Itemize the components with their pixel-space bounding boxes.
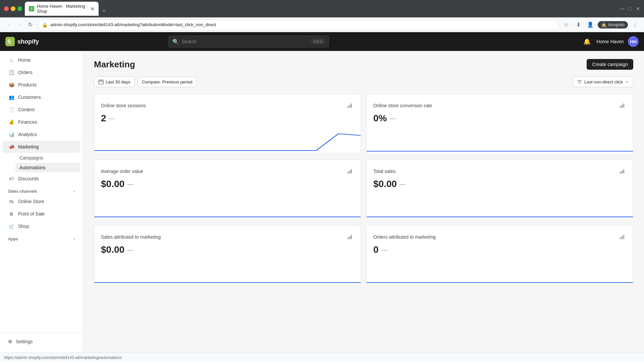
svg-rect-18 [620,172,620,173]
metric-value-orders-attributed: 0 — [373,244,626,255]
status-url: https://admin.shopify.com/store/de8143-a… [4,355,122,360]
sidebar-item-pos[interactable]: 🖥 Point of Sale [3,208,80,220]
online-store-icon: 🛍 [8,198,15,205]
sales-channels-section: Sales channels › [0,185,83,195]
metric-action-sales-attributed[interactable] [344,232,354,242]
metrics-grid: Online store sessions 2 — [94,94,633,286]
avatar[interactable]: HH [628,36,639,47]
marketing-icon: 📣 [8,143,15,150]
topbar-search: 🔍 Search Ctrl K [168,36,329,48]
discounts-icon: 🏷 [8,175,15,182]
customers-icon: 👥 [8,94,15,101]
svg-rect-14 [348,171,349,173]
svg-rect-31 [624,235,624,239]
sidebar-item-marketing[interactable]: 📣 Marketing [3,141,80,153]
compare-btn[interactable]: Compare: Previous period [138,77,197,87]
notifications-btn[interactable]: 🔔 [582,36,592,47]
sidebar-item-settings[interactable]: ⚙ Settings [3,336,80,347]
sidebar: ⌂ Home 📋 Orders 📦 Products 👥 Customers 📄 [0,51,83,353]
forward-btn[interactable]: › [15,20,24,29]
sidebar-item-products[interactable]: 📦 Products [3,79,80,91]
metric-action-orders-attributed[interactable] [617,232,626,242]
sidebar-item-online-store[interactable]: 🛍 Online Store [3,195,80,207]
sidebar-item-shop[interactable]: 🛒 Shop [3,220,80,232]
metric-action-total-sales[interactable] [617,167,626,176]
download-btn[interactable]: ⬇ [574,20,583,29]
attribution-select[interactable]: Last non-direct click [573,76,633,87]
tab-favicon: S [29,6,34,11]
shopify-logo[interactable]: S shopify [5,37,39,46]
metric-chart-conversion [367,127,633,154]
sidebar-item-finances[interactable]: 💰 Finances [3,116,80,128]
window-minimize-btn[interactable] [11,6,15,11]
svg-rect-13 [347,172,348,173]
svg-rect-24 [348,237,349,239]
sidebar-label-finances: Finances [18,119,75,125]
expand-icon[interactable]: › [73,189,75,194]
menu-btn[interactable]: ⋮ [631,20,640,29]
status-bar: https://admin.shopify.com/store/de8143-a… [0,353,644,362]
metric-card-header-sales-attributed: Sales attributed to marketing [101,232,354,242]
window-close-btn[interactable] [4,6,9,11]
apps-expand-icon[interactable]: › [73,237,75,241]
svg-rect-30 [622,236,623,239]
browser-nav: ‹ › ↻ 🔒 admin.shopify.com/store/de8143-a… [0,17,644,32]
page-header: Marketing Create campaign [94,59,633,70]
svg-rect-2 [99,80,103,84]
new-tab-btn[interactable]: + [99,6,109,16]
browser-maximize-btn[interactable]: □ [628,6,632,12]
finances-icon: 💰 [8,119,15,125]
metric-card-header-sessions: Online store sessions [101,101,354,110]
star-btn[interactable]: ☆ [561,20,571,29]
chart-icon-6 [619,234,624,240]
back-btn[interactable]: ‹ [4,20,13,29]
products-icon: 📦 [8,81,15,88]
address-bar[interactable]: 🔒 admin.shopify.com/store/de8143-a6/mark… [38,19,559,30]
date-range-btn[interactable]: Last 30 days [94,76,135,87]
sidebar-item-orders[interactable]: 📋 Orders [3,66,80,78]
lock-icon: 🔒 [42,22,48,27]
compare-label: Compare: Previous period [142,79,193,84]
metric-card-sales-attributed: Sales attributed to marketing $0.00 [94,225,361,286]
metric-action-sessions[interactable] [344,101,354,110]
sidebar-item-content[interactable]: 📄 Content [3,104,80,116]
metric-card-header-total-sales: Total sales [373,167,626,176]
main-content: ⌂ Home 📋 Orders 📦 Products 👥 Customers 📄 [0,51,644,353]
sidebar-item-campaigns[interactable]: Campaigns [15,153,80,163]
incognito-label: Incognito [608,22,625,27]
metric-value-conversion: 0% — [373,113,626,124]
window-maximize-btn[interactable] [17,6,22,11]
metric-action-avg-order[interactable] [344,167,354,176]
incognito-badge: 🕵 Incognito [598,21,628,28]
metric-label-total-sales: Total sales [373,169,395,174]
home-icon: ⌂ [8,57,15,63]
refresh-btn[interactable]: ↻ [25,20,35,29]
sidebar-label-products: Products [18,82,75,87]
svg-text:S: S [7,39,11,45]
sales-channels-label: Sales channels [8,189,37,194]
content-icon: 📄 [8,106,15,113]
browser-minimize-btn[interactable]: ─ [620,5,624,13]
metric-label-sessions: Online store sessions [101,103,146,108]
metric-label-avg-order: Average order value [101,169,143,174]
svg-rect-28 [620,238,620,239]
sidebar-item-customers[interactable]: 👥 Customers [3,91,80,103]
chart-icon [346,103,352,108]
sidebar-item-analytics[interactable]: 📊 Analytics [3,128,80,140]
chart-icon-4 [619,169,624,174]
metric-card-sessions: Online store sessions 2 — [94,94,361,154]
create-campaign-btn[interactable]: Create campaign [587,59,633,70]
svg-rect-23 [347,238,348,239]
sidebar-item-automations[interactable]: Automations [15,163,80,172]
metric-action-conversion[interactable] [617,101,626,110]
tab-title: Home Haven · Marketing · Shop [37,4,88,14]
sidebar-item-home[interactable]: ⌂ Home [3,54,80,66]
search-box[interactable]: 🔍 Search Ctrl K [168,36,329,48]
url-text: admin.shopify.com/store/de8143-a6/market… [50,22,554,27]
tab-close-btn[interactable]: ✕ [90,6,95,12]
active-tab[interactable]: S Home Haven · Marketing · Shop ✕ [25,2,99,16]
topbar: S shopify 🔍 Search Ctrl K 🔔 Home Haven H… [0,32,644,51]
browser-close-btn[interactable]: ✕ [636,6,640,12]
sidebar-item-discounts[interactable]: 🏷 Discounts [3,173,80,185]
profile-btn[interactable]: 👤 [586,20,595,29]
